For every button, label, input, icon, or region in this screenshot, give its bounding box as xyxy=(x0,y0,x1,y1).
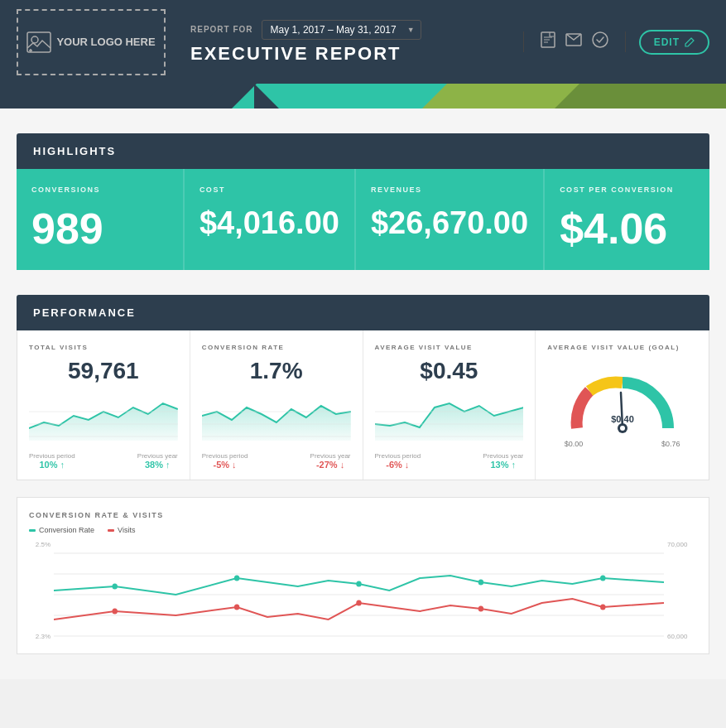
svg-point-1 xyxy=(31,36,38,43)
perf-value-visits: 59,761 xyxy=(29,358,178,384)
logo-text: YOUR LOGO HERE xyxy=(56,36,155,48)
legend-dot-orange xyxy=(108,529,114,532)
prev-period-label: Previous period xyxy=(202,452,248,460)
highlights-header: HIGHLIGHTS xyxy=(17,133,709,169)
prev-year-label: Previous year xyxy=(483,452,523,460)
pdf-icon[interactable] xyxy=(541,31,555,52)
highlight-label-conversions: CONVERSIONS xyxy=(31,186,168,194)
avg-visit-mini-chart xyxy=(375,391,524,441)
date-range-wrapper[interactable]: May 1, 2017 – May 31, 2017 xyxy=(262,20,421,40)
report-title: EXECUTIVE REPORT xyxy=(190,43,523,65)
highlight-card-conversions: CONVERSIONS 989 xyxy=(17,169,183,270)
prev-period-label: Previous period xyxy=(29,452,75,460)
gauge-max-label: $0.76 xyxy=(661,440,680,448)
perf-card-gauge: AVERAGE VISIT VALUE (GOAL) xyxy=(536,330,709,480)
svg-point-38 xyxy=(478,606,483,612)
prev-year-label: Previous year xyxy=(310,452,351,460)
highlights-section: HIGHLIGHTS CONVERSIONS 989 COST $4,016.0… xyxy=(17,133,709,270)
prev-period-value: 10% xyxy=(40,460,65,470)
highlight-label-cost: COST xyxy=(200,186,339,194)
highlight-card-cpc: COST PER CONVERSION $4.06 xyxy=(543,169,709,270)
chart-y-left: 2.5% 2.3% xyxy=(29,541,54,640)
perf-label-conversion: CONVERSION RATE xyxy=(202,344,351,351)
gauge-chart: $0.40 xyxy=(565,366,680,436)
performance-section: PERFORMANCE TOTAL VISITS 59,761 xyxy=(17,295,709,480)
highlight-card-revenues: REVENUES $26,670.00 xyxy=(354,169,543,270)
perf-stat-prev-year-conv: Previous year -27% xyxy=(310,452,351,470)
svg-marker-10 xyxy=(555,84,726,108)
edit-button[interactable]: EDIT xyxy=(639,30,709,55)
gauge-container: $0.40 $0.00 $0.76 xyxy=(547,358,697,456)
perf-value-conversion: 1.7% xyxy=(202,358,351,384)
highlight-value-revenues: $26,670.00 xyxy=(371,207,528,239)
perf-label-visits: TOTAL VISITS xyxy=(29,344,178,351)
prev-period-value: -5% xyxy=(213,460,236,470)
legend-label-visits: Visits xyxy=(118,526,135,534)
svg-point-31 xyxy=(234,576,239,581)
perf-card-visits: TOTAL VISITS 59,761 xyxy=(17,330,190,480)
legend-visits: Visits xyxy=(108,526,135,534)
chart-legend: Conversion Rate Visits xyxy=(29,526,697,534)
highlight-label-cpc: COST PER CONVERSION xyxy=(560,186,695,194)
header-actions xyxy=(523,31,626,52)
perf-card-avg-visit: AVERAGE VISIT VALUE $0.45 xyxy=(363,330,536,480)
email-icon[interactable] xyxy=(565,33,582,51)
svg-text:$0.40: $0.40 xyxy=(611,414,634,424)
svg-point-23 xyxy=(620,426,625,431)
perf-label-gauge: AVERAGE VISIT VALUE (GOAL) xyxy=(547,344,697,351)
gauge-min-label: $0.00 xyxy=(565,440,584,448)
svg-point-39 xyxy=(600,605,605,610)
perf-stat-prev-period-conv: Previous period -5% xyxy=(202,452,248,470)
performance-grid: TOTAL VISITS 59,761 xyxy=(17,330,709,480)
date-range-select[interactable]: May 1, 2017 – May 31, 2017 xyxy=(262,20,421,40)
prev-year-value: -27% xyxy=(316,460,344,470)
y-left-bottom: 2.3% xyxy=(36,633,50,640)
highlight-label-revenues: REVENUES xyxy=(371,186,528,194)
gauge-labels: $0.00 $0.76 xyxy=(565,440,680,448)
perf-stat-prev-period-visits: Previous period 10% xyxy=(29,452,75,470)
prev-period-value: -6% xyxy=(386,460,409,470)
perf-footer-conversion: Previous period -5% Previous year -27% xyxy=(202,452,351,470)
chart-title: CONVERSION RATE & VISITS xyxy=(29,511,697,519)
svg-point-34 xyxy=(600,576,605,581)
edit-label: EDIT xyxy=(654,36,680,48)
highlight-card-cost: COST $4,016.00 xyxy=(183,169,354,270)
prev-year-value: 13% xyxy=(490,460,516,470)
header-center: REPORT FOR May 1, 2017 – May 31, 2017 EX… xyxy=(166,20,523,65)
perf-footer-avg-visit: Previous period -6% Previous year 13% xyxy=(375,452,524,470)
conversion-chart-section: CONVERSION RATE & VISITS Conversion Rate… xyxy=(17,497,709,654)
highlights-grid: CONVERSIONS 989 COST $4,016.00 REVENUES … xyxy=(17,169,709,270)
perf-value-avg-visit: $0.45 xyxy=(375,358,524,384)
perf-stat-prev-year-avg: Previous year 13% xyxy=(483,452,523,470)
logo-area: YOUR LOGO HERE xyxy=(17,9,166,75)
y-left-top: 2.5% xyxy=(36,541,50,548)
prev-year-label: Previous year xyxy=(137,452,178,460)
report-for-row: REPORT FOR May 1, 2017 – May 31, 2017 xyxy=(190,20,523,40)
report-for-label: REPORT FOR xyxy=(190,25,253,34)
prev-period-label: Previous period xyxy=(375,452,421,460)
y-right-bottom: 60,000 xyxy=(667,633,687,640)
chart-body: 2.5% 2.3% xyxy=(29,541,697,640)
perf-card-conversion: CONVERSION RATE 1.7% xyxy=(190,330,363,480)
svg-point-37 xyxy=(356,600,361,606)
header: YOUR LOGO HERE REPORT FOR May 1, 2017 – … xyxy=(0,0,726,84)
main-content: HIGHLIGHTS CONVERSIONS 989 COST $4,016.0… xyxy=(0,108,726,679)
perf-stat-prev-period-avg: Previous period -6% xyxy=(375,452,421,470)
svg-point-6 xyxy=(593,32,608,47)
chart-y-right: 70,000 60,000 xyxy=(664,541,697,640)
svg-point-32 xyxy=(356,581,361,587)
legend-conversion-rate: Conversion Rate xyxy=(29,526,94,534)
perf-label-avg-visit: AVERAGE VISIT VALUE xyxy=(375,344,524,351)
legend-dot-green xyxy=(29,529,36,532)
svg-point-30 xyxy=(112,584,117,590)
check-icon[interactable] xyxy=(592,31,608,52)
visits-mini-chart xyxy=(29,391,178,441)
legend-label-conversion: Conversion Rate xyxy=(39,526,94,534)
performance-header: PERFORMANCE xyxy=(17,295,709,330)
svg-point-33 xyxy=(478,580,483,586)
y-right-top: 70,000 xyxy=(667,541,687,548)
conversion-mini-chart xyxy=(202,391,351,441)
highlight-value-cpc: $4.06 xyxy=(560,207,695,250)
svg-point-36 xyxy=(234,605,239,610)
perf-stat-prev-year-visits: Previous year 38% xyxy=(137,452,178,470)
